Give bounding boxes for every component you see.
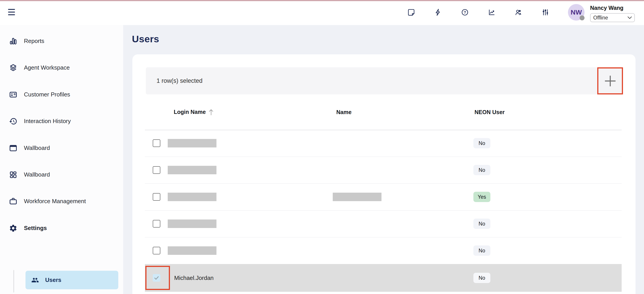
sidebar-item-label: Wallboard: [24, 145, 50, 151]
layers-icon: [9, 64, 18, 72]
column-label: Name: [336, 109, 352, 115]
avatar-initials: NW: [571, 9, 582, 16]
login-name-cell: Michael.Jordan: [174, 264, 214, 292]
login-name-redacted-placeholder: [168, 139, 216, 147]
name-redacted-placeholder: [333, 193, 382, 201]
sidebar-item-label: Reports: [24, 38, 44, 45]
sidebar: Reports Agent Workspace C: [0, 25, 123, 294]
selection-toolbar: 1 row(s) selected: [146, 67, 623, 94]
selection-count-text: 1 row(s) selected: [156, 77, 202, 84]
login-name-redacted-placeholder: [168, 166, 216, 174]
status-dot: [580, 16, 584, 20]
login-name-redacted-placeholder: [168, 246, 216, 255]
avatar[interactable]: NW: [568, 4, 584, 21]
bar-chart-icon: [9, 37, 18, 46]
sidebar-item-label: Interaction History: [24, 118, 71, 125]
sidebar-item-label: Wallboard: [24, 171, 50, 178]
gear-icon: [9, 224, 18, 232]
table-row[interactable]: No: [145, 130, 622, 157]
sidebar-item-customer-profiles[interactable]: Customer Profiles: [0, 81, 123, 108]
sidebar-item-label: Customer Profiles: [24, 91, 70, 98]
topbar-icon-group: ?: [408, 9, 549, 16]
neon-user-badge: No: [474, 245, 490, 256]
table-row[interactable]: No: [145, 157, 622, 183]
column-header-login-name[interactable]: Login Name: [174, 109, 214, 115]
column-header-name[interactable]: Name: [336, 109, 352, 115]
row-checkbox[interactable]: [153, 193, 160, 201]
sidebar-item-workforce-management[interactable]: Workforce Management: [0, 188, 123, 215]
row-checkbox[interactable]: [153, 247, 160, 254]
sidebar-item-label: Settings: [24, 225, 47, 232]
quick-actions-lightning-icon[interactable]: [434, 9, 442, 16]
sidebar-item-agent-workspace[interactable]: Agent Workspace: [0, 54, 123, 81]
column-label: NEON User: [474, 109, 505, 115]
selected-row-checkbox[interactable]: [153, 274, 160, 282]
table-row[interactable]: Yes: [145, 183, 622, 210]
briefcase-icon: [9, 197, 18, 206]
add-user-button[interactable]: [597, 67, 623, 94]
sidebar-item-label: Users: [45, 276, 61, 283]
preferences-sliders-icon[interactable]: [542, 9, 549, 16]
sidebar-item-wallboard-1[interactable]: Wallboard: [0, 135, 123, 161]
page-title: Users: [132, 34, 159, 45]
sidebar-item-users-active[interactable]: Users: [26, 271, 118, 289]
id-card-icon: [9, 90, 18, 99]
column-header-neon-user[interactable]: NEON User: [474, 109, 505, 115]
help-icon[interactable]: ?: [461, 9, 469, 16]
check-icon: [154, 275, 159, 280]
row-checkbox[interactable]: [153, 139, 160, 147]
top-bar: ?: [0, 1, 644, 25]
dashboard-grid-icon: [9, 170, 18, 179]
hamburger-menu-icon[interactable]: [8, 9, 15, 15]
sidebar-item-settings[interactable]: Settings: [0, 215, 123, 241]
app-root: ?: [0, 0, 644, 294]
svg-text:?: ?: [464, 10, 466, 15]
note-icon[interactable]: [408, 9, 415, 16]
users-group-icon: [31, 276, 39, 284]
user-name: Nancy Wang: [590, 5, 624, 11]
contacts-icon[interactable]: [515, 9, 522, 16]
row-checkbox[interactable]: [153, 166, 160, 174]
row-checkbox[interactable]: [153, 220, 160, 227]
users-table-card: 1 row(s) selected Login Name Name NEON U…: [132, 54, 636, 294]
table-header: Login Name Name NEON User: [145, 94, 622, 130]
table-row-selected[interactable]: Michael.Jordan No: [145, 264, 622, 292]
history-icon: [9, 117, 18, 126]
sidebar-item-interaction-history[interactable]: Interaction History: [0, 108, 123, 134]
sidebar-item-reports[interactable]: Reports: [0, 28, 123, 54]
column-label: Login Name: [174, 109, 206, 115]
login-name-redacted-placeholder: [168, 193, 216, 201]
analytics-icon[interactable]: [488, 9, 496, 16]
sidebar-item-label: Workforce Management: [24, 198, 86, 205]
sidebar-item-label: Agent Workspace: [24, 64, 70, 71]
sort-ascending-icon: [208, 109, 214, 115]
table-row[interactable]: No: [145, 210, 622, 237]
table-row[interactable]: No: [145, 237, 622, 264]
sidebar-item-wallboard-2[interactable]: Wallboard: [0, 161, 123, 188]
status-select[interactable]: Offline: [590, 13, 635, 22]
neon-user-badge: No: [474, 165, 490, 175]
neon-user-badge: No: [474, 138, 490, 148]
browser-window-icon: [9, 144, 18, 152]
neon-user-badge: Yes: [474, 192, 490, 202]
plus-icon: [605, 76, 616, 86]
submenu-tree-line: [14, 270, 14, 292]
login-name-redacted-placeholder: [168, 219, 216, 228]
neon-user-badge: No: [474, 273, 490, 283]
neon-user-badge: No: [474, 219, 490, 229]
